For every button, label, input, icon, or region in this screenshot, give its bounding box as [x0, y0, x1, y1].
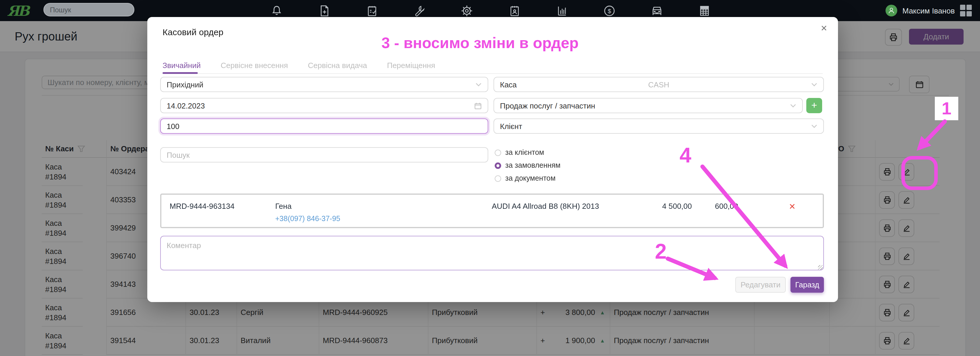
comment-textarea[interactable] — [160, 236, 824, 270]
chevron-down-icon — [475, 83, 482, 86]
radio-icon[interactable] — [495, 175, 501, 181]
order-due: 600,00 — [692, 202, 738, 227]
ok-button[interactable]: Гаразд — [791, 277, 824, 292]
annotation-highlight-box — [901, 156, 938, 190]
annotation-step1-number: 1 — [935, 97, 958, 120]
selected-order-row[interactable]: MRD-9444-963134 Гена +38(097) 846-37-95 … — [160, 194, 824, 228]
annotation-step2-number: 2 — [655, 239, 667, 264]
radio-by-order[interactable]: за замовленням — [495, 161, 560, 170]
order-id: MRD-9444-963134 — [170, 202, 275, 227]
radio-icon-selected[interactable] — [495, 162, 501, 168]
modal-title: Касовий ордер — [162, 27, 224, 37]
order-client: Гена +38(097) 846-37-95 — [275, 202, 492, 227]
date-field[interactable]: 14.02.2023 — [160, 98, 488, 113]
calendar-icon — [474, 102, 482, 110]
notifications-bell-icon[interactable] — [270, 4, 283, 17]
reports-chart-icon[interactable] — [555, 4, 569, 17]
cashbox-select[interactable]: Каса CASH — [493, 77, 824, 92]
user-menu[interactable]: Максим Іванов — [885, 0, 972, 21]
global-search-input[interactable] — [49, 5, 142, 14]
app-logo[interactable]: ЯB — [7, 2, 28, 19]
client-select[interactable]: Клієнт — [493, 118, 824, 134]
add-article-button[interactable]: + — [806, 98, 822, 113]
screen: Рух грошей Додати № Каси № Ордера РО — [0, 0, 980, 356]
tab-transfer[interactable]: Переміщення — [387, 61, 435, 70]
settings-gear-icon[interactable] — [460, 4, 474, 17]
remove-order-icon[interactable]: ✕ — [738, 202, 823, 227]
chevron-down-icon — [790, 103, 796, 108]
global-search[interactable] — [43, 3, 134, 16]
apps-grid-icon[interactable] — [960, 5, 972, 16]
article-select[interactable]: Продаж послуг / запчастин — [493, 98, 803, 113]
avatar — [885, 5, 897, 16]
services-wrench-icon[interactable] — [412, 4, 426, 17]
annotation-step4-number: 4 — [679, 143, 691, 168]
order-vehicle: AUDI A4 Allroad B8 (8KH) 2013 — [492, 202, 636, 227]
vehicles-car-icon[interactable] — [650, 4, 664, 17]
modal-tabs: Звичайний Сервісне внесення Сервісна вид… — [162, 61, 435, 70]
user-name: Максим Іванов — [902, 6, 955, 15]
order-type-select[interactable]: Прихідний — [160, 77, 488, 92]
finance-dollar-icon[interactable]: $ — [603, 4, 616, 17]
textarea-resize-handle[interactable] — [818, 265, 823, 270]
edit-button[interactable]: Редагувати — [735, 277, 786, 292]
new-document-icon[interactable] — [318, 4, 331, 17]
chevron-down-icon — [811, 124, 818, 128]
amount-input[interactable] — [160, 118, 488, 134]
close-icon[interactable]: ✕ — [821, 24, 827, 32]
schedule-calendar-icon[interactable] — [508, 4, 521, 17]
cash-order-modal: Касовий ордер ✕ Звичайний Сервісне внесе… — [147, 17, 838, 302]
cashbox-code: CASH — [494, 80, 823, 89]
tasks-clipboard-icon[interactable] — [365, 4, 379, 17]
annotation-step3-label: 3 - вносимо зміни в ордер — [382, 34, 579, 52]
radio-by-document[interactable]: за документом — [495, 174, 560, 183]
tab-service-withdrawal[interactable]: Сервісна видача — [308, 61, 367, 70]
radio-by-client[interactable]: за клієнтом — [495, 148, 560, 157]
client-phone-link[interactable]: +38(097) 846-37-95 — [275, 215, 492, 223]
cashbox-table-icon[interactable] — [698, 4, 711, 17]
tab-service-deposit[interactable]: Сервісне внесення — [221, 61, 288, 70]
tab-regular[interactable]: Звичайний — [162, 61, 201, 70]
radio-icon[interactable] — [495, 149, 501, 156]
order-total: 4 500,00 — [636, 202, 692, 227]
tab-underline — [162, 73, 823, 74]
order-search-input[interactable] — [160, 147, 488, 162]
svg-text:$: $ — [608, 7, 611, 14]
search-mode-radios: за клієнтом за замовленням за документом — [495, 148, 560, 183]
